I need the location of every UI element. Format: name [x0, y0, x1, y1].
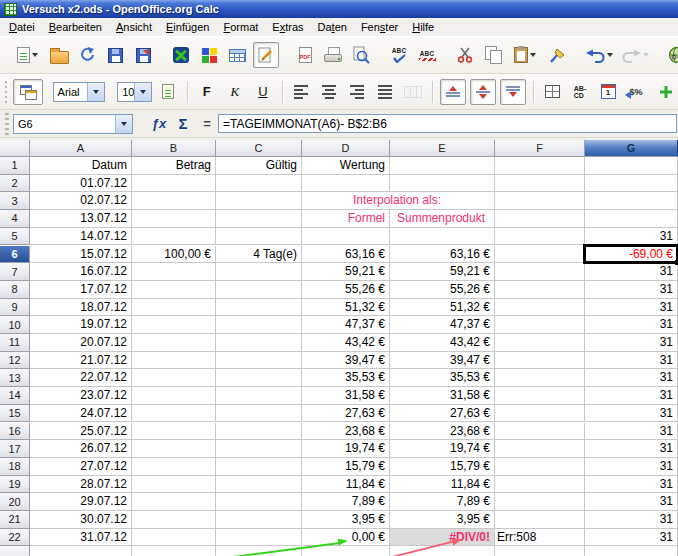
row-header-22[interactable]: 22: [0, 529, 30, 547]
cell-C9[interactable]: [216, 299, 302, 317]
cell-C10[interactable]: [216, 316, 302, 334]
column-header-A[interactable]: A: [30, 140, 132, 157]
cell-G18[interactable]: 31: [585, 458, 678, 476]
cell-B4[interactable]: [132, 210, 216, 228]
cell-A16[interactable]: 25.07.12: [30, 423, 132, 441]
cell-G12[interactable]: 31: [585, 352, 678, 370]
cell-B15[interactable]: [132, 405, 216, 423]
cell-G14[interactable]: 31: [585, 387, 678, 405]
cell-F22[interactable]: Err:508: [495, 529, 585, 547]
cell-C12[interactable]: [216, 352, 302, 370]
cell-G4[interactable]: [585, 210, 678, 228]
font-name-combobox[interactable]: Arial: [53, 82, 106, 102]
cell-D8[interactable]: 55,26 €: [302, 281, 390, 299]
menu-bearbeiten[interactable]: Bearbeiten: [42, 19, 109, 35]
cell-C7[interactable]: [216, 263, 302, 281]
undo-button[interactable]: [583, 43, 615, 67]
cell-C8[interactable]: [216, 281, 302, 299]
borders-icon[interactable]: [540, 80, 564, 104]
menu-datei[interactable]: Datei: [2, 19, 42, 35]
cell-F12[interactable]: [495, 352, 585, 370]
cell-D21[interactable]: 3,95 €: [302, 511, 390, 529]
cell-E16[interactable]: 23,68 €: [390, 423, 495, 441]
column-header-D[interactable]: D: [302, 140, 390, 157]
cell-E12[interactable]: 39,47 €: [390, 352, 495, 370]
row-header-14[interactable]: 14: [0, 387, 30, 405]
cell-G16[interactable]: 31: [585, 423, 678, 441]
cell-C14[interactable]: [216, 387, 302, 405]
edit-file-toggle[interactable]: [253, 42, 279, 68]
row-header-2[interactable]: 2: [0, 175, 30, 193]
cell-E10[interactable]: 47,37 €: [390, 316, 495, 334]
cell-F9[interactable]: [495, 299, 585, 317]
cell-A[interactable]: [30, 546, 132, 556]
cell-B20[interactable]: [132, 493, 216, 511]
cell-E14[interactable]: 31,58 €: [390, 387, 495, 405]
cell-C19[interactable]: [216, 476, 302, 494]
cell-A10[interactable]: 19.07.12: [30, 316, 132, 334]
cut-icon[interactable]: [453, 43, 477, 67]
equals-icon[interactable]: =: [195, 116, 219, 131]
row-header-6[interactable]: 6: [0, 246, 30, 264]
cell-A20[interactable]: 29.07.12: [30, 493, 132, 511]
column-header-F[interactable]: F: [495, 140, 585, 157]
cell-B9[interactable]: [132, 299, 216, 317]
open-button[interactable]: [47, 43, 71, 67]
row-header-4[interactable]: 4: [0, 210, 30, 228]
function-wizard-icon[interactable]: ƒx: [147, 116, 171, 131]
cell-F14[interactable]: [495, 387, 585, 405]
cell-C17[interactable]: [216, 440, 302, 458]
column-header-B[interactable]: B: [132, 140, 216, 157]
cell-C1[interactable]: Gültig: [216, 157, 302, 175]
cell-B11[interactable]: [132, 334, 216, 352]
cell-D22[interactable]: 0,00 €: [302, 529, 390, 547]
cell-E8[interactable]: 55,26 €: [390, 281, 495, 299]
cell-G1[interactable]: [585, 157, 678, 175]
sum-icon[interactable]: Σ: [171, 115, 195, 132]
cell-G13[interactable]: 31: [585, 369, 678, 387]
toolbar-grip[interactable]: [5, 113, 9, 135]
underline-button[interactable]: U: [251, 80, 275, 104]
cell-B22[interactable]: [132, 529, 216, 547]
justify-button[interactable]: [373, 80, 397, 104]
italic-button[interactable]: K: [223, 80, 247, 104]
cell-G9[interactable]: 31: [585, 299, 678, 317]
cell-F16[interactable]: [495, 423, 585, 441]
cell-D9[interactable]: 51,32 €: [302, 299, 390, 317]
row-header-17[interactable]: 17: [0, 440, 30, 458]
cell-D[interactable]: [302, 546, 390, 556]
cell-D4[interactable]: Formel: [302, 210, 390, 228]
add-decimal-icon[interactable]: [654, 80, 678, 104]
menu-extras[interactable]: Extras: [265, 19, 310, 35]
date-format-icon[interactable]: 1: [596, 80, 620, 104]
cell-A6[interactable]: 15.07.12: [30, 246, 132, 264]
cell-B13[interactable]: [132, 369, 216, 387]
cell-F10[interactable]: [495, 316, 585, 334]
menu-daten[interactable]: Daten: [311, 19, 354, 35]
center-vertically-button[interactable]: [470, 79, 496, 105]
cell-A7[interactable]: 16.07.12: [30, 263, 132, 281]
cell-F2[interactable]: [495, 175, 585, 193]
print-button[interactable]: [321, 43, 345, 67]
cell-B6[interactable]: 100,00 €: [132, 246, 216, 264]
row-header-21[interactable]: 21: [0, 511, 30, 529]
cell-E9[interactable]: 51,32 €: [390, 299, 495, 317]
row-header-12[interactable]: 12: [0, 352, 30, 370]
document-lines-icon[interactable]: [156, 80, 180, 104]
cell-G20[interactable]: 31: [585, 493, 678, 511]
cell-E19[interactable]: 11,84 €: [390, 476, 495, 494]
cell-B19[interactable]: [132, 476, 216, 494]
cell-C11[interactable]: [216, 334, 302, 352]
cell-B8[interactable]: [132, 281, 216, 299]
wrap-text-icon[interactable]: AB-CD: [568, 80, 592, 104]
row-header-9[interactable]: 9: [0, 299, 30, 317]
cell-B2[interactable]: [132, 175, 216, 193]
cell-F7[interactable]: [495, 263, 585, 281]
export-pdf-button[interactable]: PDF: [293, 43, 317, 67]
cell-F5[interactable]: [495, 228, 585, 246]
cell-C20[interactable]: [216, 493, 302, 511]
cell-E4[interactable]: Summenprodukt: [390, 210, 495, 228]
cell-E15[interactable]: 27,63 €: [390, 405, 495, 423]
cell-F13[interactable]: [495, 369, 585, 387]
font-size-dropdown-icon[interactable]: [134, 83, 151, 101]
